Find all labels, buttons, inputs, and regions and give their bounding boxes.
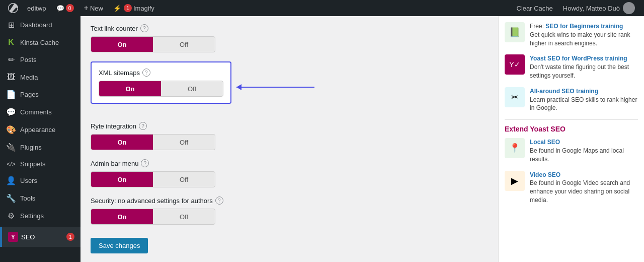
security-row: Security: no advanced settings for autho… [91, 196, 488, 225]
sidebar-item-settings[interactable]: ⚙ Settings [0, 207, 80, 225]
arrow-head [236, 84, 242, 90]
wp-logo[interactable] [4, 3, 22, 13]
ryte-integration-label: Ryte integration ? [91, 122, 488, 130]
text-link-counter-toggle[interactable]: On Off [91, 36, 215, 52]
arrow-indicator [236, 82, 317, 92]
sidebar-item-comments[interactable]: 💬 Comments [0, 103, 80, 121]
sidebar-item-seo[interactable]: Y SEO 1 [0, 227, 80, 247]
comments-link[interactable]: 💬 0 [51, 0, 79, 16]
admin-bar-menu-off[interactable]: Off [153, 172, 215, 187]
sidebar-item-posts[interactable]: ✏ Posts [0, 51, 80, 69]
dashboard-icon: ⊞ [6, 20, 16, 30]
promo-item-video-seo: ▶ Video SEO Be found in Google Video sea… [505, 171, 638, 205]
ryte-integration-on[interactable]: On [91, 135, 153, 150]
promo-item-yoast-seo-wp: Y✓ Yoast SEO for WordPress training Don'… [505, 54, 638, 80]
admin-bar-menu-label: Admin bar menu ? [91, 159, 488, 167]
seo-icon: Y [8, 232, 18, 242]
admin-bar-menu-help-icon[interactable]: ? [141, 159, 149, 167]
text-link-counter-label: Text link counter ? [91, 24, 488, 32]
seo-badge: 1 [66, 233, 74, 241]
security-off[interactable]: Off [153, 209, 215, 224]
snippets-icon: </> [6, 161, 16, 168]
imagify-button[interactable]: ⚡ 1 Imagify [108, 0, 159, 16]
sidebar-item-users[interactable]: 👤 Users [0, 172, 80, 189]
text-link-counter-help-icon[interactable]: ? [140, 24, 148, 32]
xml-sitemaps-box: XML sitemaps ? On Off [91, 61, 231, 104]
xml-sitemaps-section: XML sitemaps ? On Off [91, 61, 488, 113]
comments-icon: 💬 [6, 107, 16, 117]
security-label: Security: no advanced settings for autho… [91, 196, 488, 205]
new-button[interactable]: + New [79, 0, 108, 16]
promo-link-local-seo[interactable]: Local SEO [530, 139, 560, 146]
xml-sitemaps-off[interactable]: Off [161, 81, 223, 96]
ryte-integration-off[interactable]: Off [153, 135, 215, 150]
plugins-icon: 🔌 [6, 143, 16, 152]
promo-link-video-seo[interactable]: Video SEO [530, 171, 560, 178]
text-link-counter-row: Text link counter ? On Off [91, 24, 488, 52]
avatar [623, 2, 635, 14]
promo-thumb-local-seo: 📍 [505, 138, 525, 158]
sidebar-item-tools[interactable]: 🔧 Tools [0, 189, 80, 207]
sidebar-item-snippets[interactable]: </> Snippets [0, 156, 80, 172]
pages-icon: 📄 [6, 90, 16, 99]
promo-item-allaround-seo: ✂ All-around SEO training Learn practica… [505, 87, 638, 112]
xml-sitemaps-toggle[interactable]: On Off [99, 81, 223, 97]
users-icon: 👤 [6, 176, 16, 185]
promo-thumb-video-seo: ▶ [505, 171, 525, 191]
sidebar-item-plugins[interactable]: 🔌 Plugins [0, 139, 80, 156]
appearance-icon: 🎨 [6, 125, 16, 135]
promo-link-allaround-seo[interactable]: All-around SEO training [530, 88, 598, 95]
promo-thumb-seo-beginners: 📗 [505, 22, 525, 42]
clear-cache-button[interactable]: Clear Cache [512, 0, 558, 16]
text-link-counter-off[interactable]: Off [153, 37, 215, 52]
ryte-integration-row: Ryte integration ? On Off [91, 122, 488, 150]
tools-icon: 🔧 [6, 193, 16, 203]
right-sidebar: 📗 Free: SEO for Beginners training Get q… [498, 16, 644, 262]
kinsta-icon: K [6, 38, 16, 47]
settings-icon: ⚙ [6, 211, 16, 221]
ryte-integration-toggle[interactable]: On Off [91, 134, 215, 150]
security-on[interactable]: On [91, 209, 153, 224]
divider [505, 119, 638, 120]
promo-link-yoast-seo-wp[interactable]: Yoast SEO for WordPress training [530, 55, 627, 62]
promo-item-local-seo: 📍 Local SEO Be found in Google Maps and … [505, 138, 638, 163]
promo-item-seo-beginners: 📗 Free: SEO for Beginners training Get q… [505, 22, 638, 47]
site-name[interactable]: editwp [22, 0, 51, 16]
admin-bar: editwp 💬 0 + New ⚡ 1 Imagify Clear Cache… [0, 0, 644, 16]
extend-yoast-title: Extend Yoast SEO [505, 125, 638, 133]
admin-bar-menu-toggle[interactable]: On Off [91, 171, 215, 187]
promo-link-seo-beginners[interactable]: SEO for Beginners training [545, 23, 623, 30]
sidebar: ⊞ Dashboard K Kinsta Cache ✏ Posts 🖼 Med… [0, 16, 80, 262]
xml-sitemaps-help-icon[interactable]: ? [142, 69, 150, 77]
security-toggle[interactable]: On Off [91, 209, 215, 225]
main-content: Text link counter ? On Off XML sitemaps … [80, 16, 498, 262]
admin-bar-menu-row: Admin bar menu ? On Off [91, 159, 488, 187]
promo-thumb-allaround-seo: ✂ [505, 87, 525, 107]
layout: ⊞ Dashboard K Kinsta Cache ✏ Posts 🖼 Med… [0, 16, 644, 262]
promo-thumb-yoast-seo-wp: Y✓ [505, 54, 525, 75]
ryte-integration-help-icon[interactable]: ? [139, 122, 147, 130]
admin-bar-menu-on[interactable]: On [91, 172, 153, 187]
save-changes-button[interactable]: Save changes [91, 238, 148, 253]
sidebar-item-appearance[interactable]: 🎨 Appearance [0, 121, 80, 139]
security-help-icon[interactable]: ? [215, 196, 223, 205]
arrow-line [236, 87, 314, 88]
media-icon: 🖼 [6, 73, 16, 82]
text-link-counter-on[interactable]: On [91, 37, 153, 52]
sidebar-item-dashboard[interactable]: ⊞ Dashboard [0, 16, 80, 34]
posts-icon: ✏ [6, 55, 16, 64]
xml-sitemaps-on[interactable]: On [99, 81, 161, 96]
sidebar-item-media[interactable]: 🖼 Media [0, 69, 80, 86]
sidebar-item-kinsta-cache[interactable]: K Kinsta Cache [0, 34, 80, 51]
howdy-menu[interactable]: Howdy, Matteo Duò [558, 0, 640, 16]
sidebar-item-pages[interactable]: 📄 Pages [0, 86, 80, 103]
